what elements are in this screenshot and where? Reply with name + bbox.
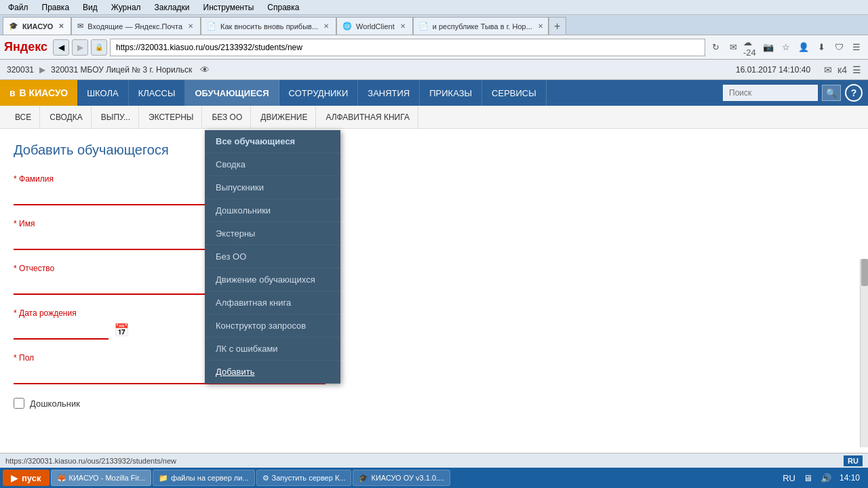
subnav-alphabet[interactable]: АЛФАВИТНАЯ КНИГА <box>317 106 418 129</box>
menu-file[interactable]: Файл <box>3 0 34 15</box>
taskbar-server-icon: ⚙ <box>262 474 269 483</box>
taskbar-files-icon: 📁 <box>159 474 168 483</box>
students-dropdown-menu: Все обучающиеся Сводка Выпускники Дошкол… <box>205 130 340 384</box>
taskbar-files[interactable]: 📁 файлы на сервер ли... <box>153 470 254 486</box>
tab-mail[interactable]: ✉ Входящие — Яндекс.Почта ✕ <box>71 17 201 35</box>
status-url: https://320031.kiasuo.ru/ous/2133932/stu… <box>5 457 176 465</box>
subnav-all[interactable]: ВСЕ <box>7 106 40 129</box>
subnav-extern[interactable]: ЭКСТЕРНЫ <box>140 106 202 129</box>
tab-worldclient[interactable]: 🌐 WorldClient ✕ <box>336 17 413 35</box>
taskbar-files-label: файлы на сервер ли... <box>171 474 248 482</box>
menu-journal[interactable]: Журнал <box>106 0 146 15</box>
taskbar-kiasuo-icon: 🎓 <box>359 474 368 483</box>
scrollbar[interactable] <box>860 259 868 447</box>
visibility-icon[interactable]: 👁 <box>197 62 212 77</box>
menu-edit[interactable]: Правка <box>37 0 75 15</box>
brand-logo[interactable]: в В КИАСУО <box>0 80 77 106</box>
subnav-summary[interactable]: СВОДКА <box>41 106 91 129</box>
back-button[interactable]: ◀ <box>53 39 69 56</box>
brand-label: В КИАСУО <box>20 87 68 98</box>
breadcrumb-school[interactable]: 320031 МБОУ Лицей № 3 г. Норильск <box>51 65 192 75</box>
page-form: Добавить обучающегося Фамилия Имя Отчест… <box>0 129 868 422</box>
mail-icon[interactable]: ✉ <box>726 40 741 55</box>
help-button[interactable]: ? <box>845 84 863 102</box>
menu-bookmarks[interactable]: Закладки <box>149 0 195 15</box>
message-icon[interactable]: ✉ <box>824 64 832 75</box>
content-area: Добавить обучающегося Фамилия Имя Отчест… <box>0 129 868 468</box>
taskbar-server[interactable]: ⚙ Запустить сервер К... <box>256 470 352 486</box>
more-icon[interactable]: ☰ <box>849 40 864 55</box>
brand-icon: в <box>9 87 16 98</box>
taskbar-clock: RU 🖥 🔊 14:10 <box>783 473 865 483</box>
birthdate-input[interactable] <box>14 321 108 340</box>
shield-icon[interactable]: 🛡 <box>831 40 846 55</box>
tab-icon: 🎓 <box>9 22 18 30</box>
hamburger-icon[interactable]: ☰ <box>852 64 861 75</box>
address-input[interactable] <box>110 39 705 56</box>
dropdown-all-students[interactable]: Все обучающиеся <box>205 130 340 153</box>
taskbar-time: 14:10 <box>840 473 860 483</box>
preschool-label[interactable]: Дошкольник <box>30 399 80 409</box>
tab-icon: 📄 <box>419 22 429 30</box>
nav-lessons[interactable]: ЗАНЯТИЯ <box>358 80 420 106</box>
dropdown-add[interactable]: Добавить <box>205 361 340 384</box>
taskbar-browser-icon: 🦊 <box>57 474 66 483</box>
taskbar-kiasuo[interactable]: 🎓 КИАСУО ОУ v3.1.0.... <box>353 470 450 486</box>
tab-close-mail[interactable]: ✕ <box>186 22 195 30</box>
tab-close-howto[interactable]: ✕ <box>322 22 330 30</box>
menu-tools[interactable]: Инструменты <box>198 0 260 15</box>
tab-republic[interactable]: 📄 и республике Тыва в г. Нор... ✕ <box>413 17 549 35</box>
dropdown-alphabet[interactable]: Алфавитная книга <box>205 291 340 314</box>
download-icon[interactable]: ⬇ <box>814 40 829 55</box>
dropdown-preschool[interactable]: Дошкольники <box>205 199 340 222</box>
forward-button[interactable]: ▶ <box>72 39 88 56</box>
nav-services[interactable]: СЕРВИСЫ <box>482 80 547 106</box>
nav-school[interactable]: ШКОЛА <box>77 80 129 106</box>
tab-close-worldclient[interactable]: ✕ <box>399 22 407 30</box>
tab-close-republic[interactable]: ✕ <box>536 22 545 30</box>
tab-howto[interactable]: 📄 Как вносить вновь прибыв... ✕ <box>201 17 336 35</box>
preschool-checkbox[interactable] <box>14 398 24 409</box>
dropdown-query-builder[interactable]: Конструктор запросов <box>205 314 340 338</box>
dropdown-movement[interactable]: Движение обучающихся <box>205 268 340 291</box>
preschool-group: Дошкольник <box>14 398 339 409</box>
tab-label: Как вносить вновь прибыв... <box>220 22 318 30</box>
nav-classes[interactable]: КЛАССЫ <box>129 80 186 106</box>
nav-students[interactable]: ОБУЧАЮЩИЕСЯ <box>185 80 279 106</box>
calendar-icon[interactable]: 📅 <box>114 323 129 338</box>
new-tab-button[interactable]: + <box>549 17 566 35</box>
subnav-graduates[interactable]: ВЫПУ... <box>93 106 139 129</box>
taskbar-network-icon: 🖥 <box>804 473 812 483</box>
start-button[interactable]: ▶ пуск <box>3 470 50 486</box>
search-input[interactable] <box>723 85 818 101</box>
account-icon[interactable]: 👤 <box>796 40 811 55</box>
tab-close-kiasuo[interactable]: ✕ <box>57 22 65 30</box>
nav-search-area: 🔍 ? <box>723 80 868 106</box>
scrollbar-thumb[interactable] <box>861 259 868 286</box>
nav-orders[interactable]: ПРИКАЗЫ <box>420 80 482 106</box>
dropdown-graduates[interactable]: Выпускники <box>205 176 340 199</box>
tab-icon: 🌐 <box>342 22 352 30</box>
taskbar-browser-label: КИАСУО - Mozilla Fir... <box>69 474 146 482</box>
nav-staff[interactable]: СОТРУДНИКИ <box>279 80 359 106</box>
weather-icon[interactable]: ☁ -24 <box>743 40 758 55</box>
menu-view[interactable]: Вид <box>77 0 103 15</box>
taskbar-server-label: Запустить сервер К... <box>272 474 346 482</box>
tab-kiasuo[interactable]: 🎓 КИАСУО ✕ <box>3 17 71 35</box>
breadcrumb-id[interactable]: 320031 <box>7 65 34 75</box>
subnav-nooo[interactable]: БЕЗ ОО <box>203 106 251 129</box>
screenshot-icon[interactable]: 📷 <box>761 40 776 55</box>
address-bar: Яндекс ◀ ▶ 🔒 ↻ ✉ ☁ -24 📷 ☆ 👤 ⬇ 🛡 ☰ <box>0 35 868 60</box>
search-button[interactable]: 🔍 <box>822 85 841 101</box>
start-label: пуск <box>22 473 41 483</box>
security-icon: 🔒 <box>91 39 107 56</box>
dropdown-nooo[interactable]: Без ОО <box>205 245 340 268</box>
dropdown-extern[interactable]: Экстерны <box>205 222 340 245</box>
dropdown-errors[interactable]: ЛК с ошибками <box>205 338 340 361</box>
taskbar-browser[interactable]: 🦊 КИАСУО - Mozilla Fir... <box>51 470 152 486</box>
menu-help[interactable]: Справка <box>262 0 304 15</box>
dropdown-summary[interactable]: Сводка <box>205 153 340 176</box>
bookmark-icon[interactable]: ☆ <box>778 40 793 55</box>
subnav-movement[interactable]: ДВИЖЕНИЕ <box>252 106 316 129</box>
refresh-button[interactable]: ↻ <box>708 40 723 55</box>
